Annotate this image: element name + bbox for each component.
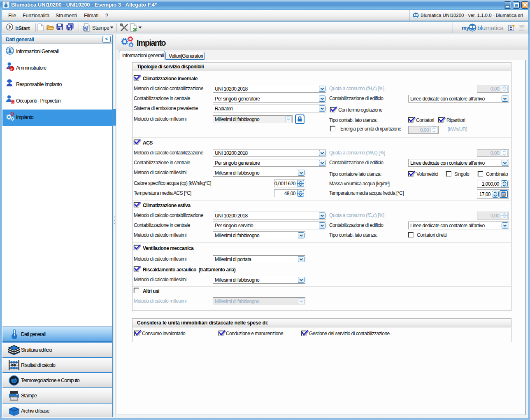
svg-text:m: m (13, 379, 16, 383)
svg-text:W: W (84, 26, 88, 30)
svg-text:€: € (10, 67, 13, 71)
